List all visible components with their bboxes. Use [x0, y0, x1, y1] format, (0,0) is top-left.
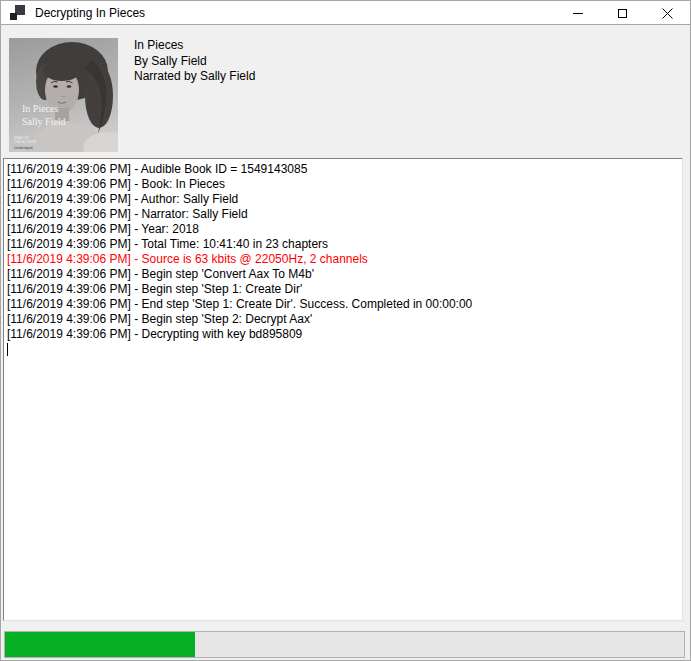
caret-line — [7, 342, 678, 357]
maximize-icon — [618, 9, 627, 18]
text-caret — [7, 343, 8, 356]
window-controls — [555, 1, 690, 25]
minimize-button[interactable] — [555, 1, 600, 25]
log-line: [11/6/2019 4:39:06 PM] - End step 'Step … — [7, 297, 678, 312]
client-area: In Pieces Sally Field READ BY THE AUTHOR… — [1, 26, 690, 660]
book-title: In Pieces — [134, 38, 255, 54]
cover-badge-line2: THE AUTHOR — [14, 140, 37, 144]
book-author-line: By Sally Field — [134, 54, 255, 70]
cover-edition: Unabridged — [14, 146, 33, 150]
log-line: [11/6/2019 4:39:06 PM] - Decrypting with… — [7, 327, 678, 342]
log-textbox[interactable]: [11/6/2019 4:39:06 PM] - Audible Book ID… — [3, 158, 683, 621]
cover-title: In Pieces — [22, 103, 58, 114]
log-lines: [11/6/2019 4:39:06 PM] - Audible Book ID… — [7, 162, 678, 342]
maximize-button[interactable] — [600, 1, 645, 25]
app-icon[interactable] — [10, 5, 25, 20]
window-title: Decrypting In Pieces — [35, 6, 145, 20]
log-line: [11/6/2019 4:39:06 PM] - Year: 2018 — [7, 222, 678, 237]
app-icon-square-small — [10, 13, 17, 20]
app-window: Decrypting In Pieces — [0, 0, 691, 661]
log-line: [11/6/2019 4:39:06 PM] - Narrator: Sally… — [7, 207, 678, 222]
log-line: [11/6/2019 4:39:06 PM] - Book: In Pieces — [7, 177, 678, 192]
log-line: [11/6/2019 4:39:06 PM] - Audible Book ID… — [7, 162, 678, 177]
book-info: In Pieces By Sally Field Narrated by Sal… — [134, 38, 255, 85]
book-cover-image: In Pieces Sally Field READ BY THE AUTHOR… — [9, 38, 118, 152]
close-button[interactable] — [645, 1, 690, 25]
log-line: [11/6/2019 4:39:06 PM] - Total Time: 10:… — [7, 237, 678, 252]
progress-fill — [5, 632, 195, 657]
titlebar[interactable]: Decrypting In Pieces — [1, 1, 690, 25]
cover-author: Sally Field — [22, 116, 66, 127]
log-line: [11/6/2019 4:39:06 PM] - Author: Sally F… — [7, 192, 678, 207]
log-line: [11/6/2019 4:39:06 PM] - Source is 63 kb… — [7, 252, 678, 267]
log-line: [11/6/2019 4:39:06 PM] - Begin step 'Con… — [7, 267, 678, 282]
log-line: [11/6/2019 4:39:06 PM] - Begin step 'Ste… — [7, 312, 678, 327]
minimize-icon — [573, 13, 583, 14]
close-icon — [662, 8, 673, 19]
progress-bar — [4, 631, 685, 658]
log-line: [11/6/2019 4:39:06 PM] - Begin step 'Ste… — [7, 282, 678, 297]
book-narrator-line: Narrated by Sally Field — [134, 69, 255, 85]
